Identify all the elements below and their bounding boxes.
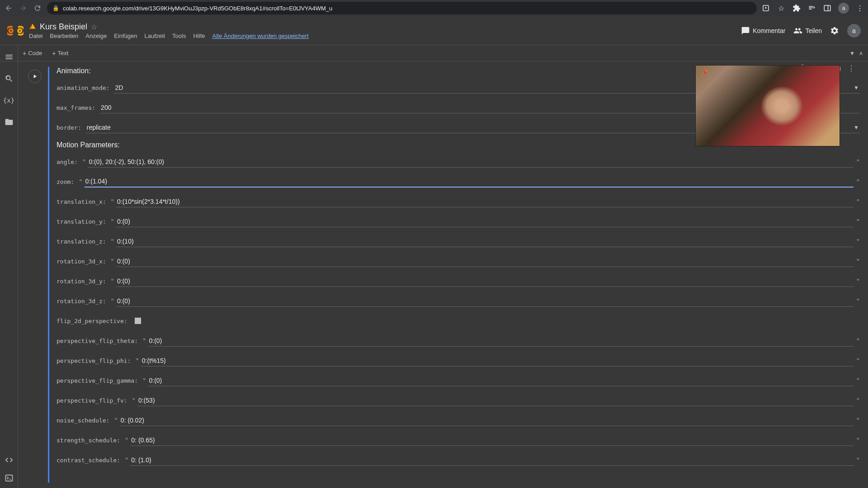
perspective-flip-gamma-label: perspective_flip_gamma: (57, 377, 138, 384)
bookmark-star-icon[interactable]: ☆ (777, 4, 786, 13)
svg-point-3 (9, 29, 13, 33)
translation-y-label: translation_y: (57, 218, 106, 225)
colab-header: Kurs Beispiel ☆ Datei Bearbeiten Anzeige… (0, 16, 868, 45)
browser-avatar[interactable]: a (838, 3, 849, 14)
doc-title[interactable]: Kurs Beispiel (40, 22, 87, 32)
webcam-overlay[interactable]: 📌 (695, 65, 840, 146)
translation-x-label: translation_x: (57, 198, 106, 205)
perspective-flip-theta-input[interactable] (148, 335, 853, 347)
menu-laufzeit[interactable]: Laufzeit (145, 33, 165, 39)
menu-anzeige[interactable]: Anzeige (85, 33, 107, 39)
back-button[interactable] (4, 3, 14, 13)
browser-bar: 🔒 colab.research.google.com/drive/13G9KH… (0, 0, 868, 16)
collapse-button[interactable]: ʌ (859, 50, 863, 56)
menu-datei[interactable]: Datei (29, 33, 42, 39)
cell-menu-icon[interactable]: ⋮ (847, 64, 855, 72)
toolbar: +Code +Text ▼ ʌ (0, 45, 868, 61)
menu-bar: Datei Bearbeiten Anzeige Einfügen Laufze… (29, 33, 741, 39)
lock-icon: 🔒 (52, 5, 59, 11)
translation-z-label: translation_z: (57, 238, 106, 245)
toc-icon[interactable] (5, 52, 14, 61)
drive-file-icon (29, 23, 36, 30)
rotation-3d-z-input[interactable] (116, 296, 854, 307)
translation-z-input[interactable] (116, 236, 854, 247)
reading-list-icon[interactable] (807, 4, 816, 13)
svg-point-4 (18, 29, 22, 33)
strength-schedule-input[interactable] (130, 435, 853, 446)
perspective-flip-phi-label: perspective_flip_phi: (57, 357, 131, 364)
contrast-schedule-label: contrast_schedule: (57, 457, 120, 464)
svg-rect-5 (5, 475, 12, 481)
install-icon[interactable] (761, 4, 770, 13)
noise-schedule-input[interactable] (120, 415, 854, 426)
settings-button[interactable] (830, 26, 839, 35)
menu-hilfe[interactable]: Hilfe (193, 33, 205, 39)
menu-einfuegen[interactable]: Einfügen (114, 33, 137, 39)
perspective-flip-phi-input[interactable] (141, 355, 854, 366)
terminal-icon[interactable] (5, 474, 14, 483)
noise-schedule-label: noise_schedule: (57, 417, 109, 424)
account-avatar[interactable]: a (847, 24, 861, 38)
perspective-flip-theta-label: perspective_flip_theta: (57, 338, 138, 344)
perspective-flip-gamma-input[interactable] (148, 375, 853, 386)
rotation-3d-x-label: rotation_3d_x: (57, 258, 106, 265)
angle-label: angle: (57, 159, 78, 165)
svg-rect-1 (824, 5, 830, 11)
add-code-button[interactable]: +Code (20, 48, 45, 59)
rotation-3d-x-input[interactable] (116, 256, 854, 267)
reload-button[interactable] (33, 3, 42, 13)
comment-icon (741, 26, 750, 35)
code-snippets-icon[interactable] (5, 455, 14, 465)
gear-icon (830, 26, 839, 35)
star-button[interactable]: ☆ (91, 23, 97, 31)
chevron-down-icon[interactable]: ▼ (854, 124, 859, 131)
comment-button[interactable]: Kommentar (741, 26, 785, 35)
menu-tools[interactable]: Tools (172, 33, 186, 39)
url-bar[interactable]: 🔒 colab.research.google.com/drive/13G9KH… (47, 2, 757, 14)
translation-y-input[interactable] (116, 216, 854, 227)
left-sidebar: {x} (0, 45, 18, 488)
contrast-schedule-input[interactable] (130, 455, 853, 466)
zoom-input[interactable] (85, 176, 854, 188)
forward-button[interactable] (18, 3, 28, 13)
perspective-flip-fv-input[interactable] (137, 395, 854, 406)
max-frames-label: max_frames: (57, 104, 95, 111)
rotation-3d-z-label: rotation_3d_z: (57, 298, 106, 305)
browser-menu-icon[interactable]: ⋮ (855, 4, 864, 13)
chevron-down-icon[interactable]: ▼ (854, 84, 859, 91)
flip-2d-perspective-checkbox[interactable] (135, 318, 141, 324)
run-cell-button[interactable] (28, 70, 42, 83)
flip-2d-perspective-label: flip_2d_perspective: (57, 318, 127, 324)
variables-icon[interactable]: {x} (5, 96, 14, 105)
side-panel-icon[interactable] (823, 4, 832, 13)
colab-logo-icon[interactable] (7, 23, 24, 39)
zoom-label: zoom: (57, 178, 74, 185)
strength-schedule-label: strength_schedule: (57, 437, 120, 444)
rotation-3d-y-input[interactable] (116, 276, 854, 287)
rotation-3d-y-label: rotation_3d_y: (57, 278, 106, 285)
connect-dropdown[interactable]: ▼ (849, 50, 855, 56)
files-icon[interactable] (5, 117, 14, 127)
share-button[interactable]: Teilen (793, 26, 822, 35)
add-text-button[interactable]: +Text (49, 48, 71, 59)
pin-icon[interactable]: 📌 (700, 69, 708, 76)
menu-bearbeiten[interactable]: Bearbeiten (50, 33, 78, 39)
border-label: border: (57, 124, 81, 131)
search-icon[interactable] (5, 74, 14, 83)
animation-mode-label: animation_mode: (57, 84, 109, 91)
perspective-flip-fv-label: perspective_flip_fv: (57, 397, 127, 404)
translation-x-input[interactable] (116, 196, 854, 207)
extensions-icon[interactable] (792, 4, 801, 13)
url-text: colab.research.google.com/drive/13G9KHyM… (63, 5, 332, 12)
share-icon (793, 26, 802, 35)
save-status[interactable]: Alle Änderungen wurden gespeichert (212, 33, 308, 39)
angle-input[interactable] (88, 156, 853, 168)
